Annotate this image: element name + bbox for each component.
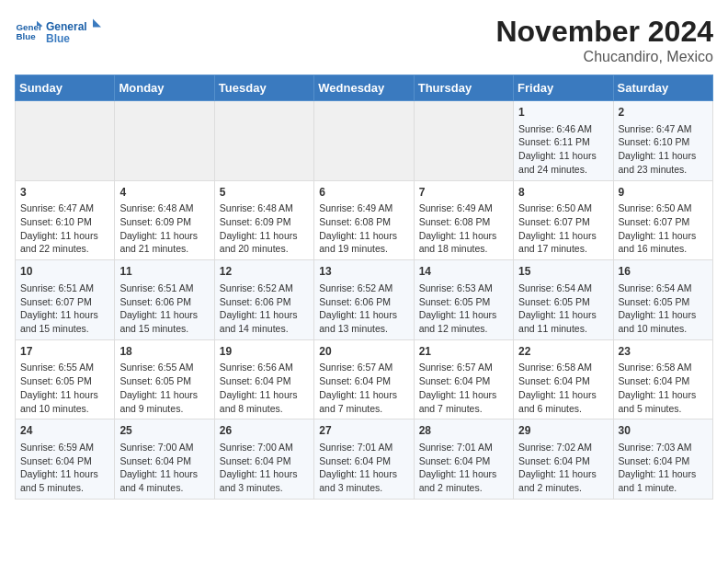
- day-info: Daylight: 11 hours and 21 minutes.: [119, 229, 209, 256]
- day-info: Sunrise: 6:50 AM: [619, 201, 708, 215]
- day-info: Daylight: 11 hours and 12 minutes.: [419, 308, 508, 335]
- day-info: Sunrise: 6:58 AM: [518, 361, 608, 374]
- day-info: Sunrise: 6:57 AM: [319, 361, 408, 374]
- day-number: 20: [319, 344, 408, 360]
- day-info: Sunset: 6:11 PM: [518, 135, 608, 149]
- day-info: Daylight: 11 hours and 4 minutes.: [119, 467, 209, 494]
- day-cell: 4Sunrise: 6:48 AMSunset: 6:09 PMDaylight…: [115, 180, 214, 260]
- day-cell: [16, 101, 115, 181]
- day-info: Daylight: 11 hours and 24 minutes.: [518, 149, 608, 176]
- day-info: Sunset: 6:06 PM: [319, 295, 408, 309]
- day-info: Sunset: 6:05 PM: [119, 374, 209, 388]
- day-info: Sunset: 6:10 PM: [619, 135, 708, 149]
- day-cell: 29Sunrise: 7:02 AMSunset: 6:04 PMDayligh…: [514, 419, 613, 500]
- day-info: Daylight: 11 hours and 20 minutes.: [220, 229, 309, 256]
- day-number: 28: [419, 423, 508, 439]
- day-cell: 19Sunrise: 6:56 AMSunset: 6:04 PMDayligh…: [214, 339, 313, 419]
- day-number: 30: [619, 423, 708, 439]
- day-cell: 3Sunrise: 6:47 AMSunset: 6:10 PMDaylight…: [16, 180, 115, 260]
- day-number: 17: [20, 344, 109, 360]
- day-info: Daylight: 11 hours and 18 minutes.: [419, 229, 508, 256]
- day-info: Daylight: 11 hours and 17 minutes.: [518, 229, 608, 256]
- day-info: Sunset: 6:10 PM: [20, 215, 109, 229]
- day-info: Sunset: 6:08 PM: [319, 215, 408, 229]
- day-info: Sunset: 6:09 PM: [119, 215, 209, 229]
- day-info: Sunrise: 6:48 AM: [119, 201, 209, 215]
- day-number: 21: [419, 344, 508, 360]
- day-info: Daylight: 11 hours and 3 minutes.: [319, 467, 408, 494]
- day-info: Sunrise: 7:01 AM: [319, 441, 408, 454]
- day-info: Sunset: 6:09 PM: [220, 215, 309, 229]
- day-info: Daylight: 11 hours and 7 minutes.: [319, 388, 408, 415]
- day-info: Daylight: 11 hours and 15 minutes.: [20, 308, 109, 335]
- day-number: 29: [518, 423, 608, 439]
- day-info: Daylight: 11 hours and 19 minutes.: [319, 229, 408, 256]
- subtitle: Chucandiro, Mexico: [495, 49, 713, 65]
- day-cell: 2Sunrise: 6:47 AMSunset: 6:10 PMDaylight…: [613, 101, 712, 181]
- day-cell: 21Sunrise: 6:57 AMSunset: 6:04 PMDayligh…: [414, 339, 513, 419]
- svg-text:Blue: Blue: [17, 31, 37, 41]
- day-number: 19: [220, 344, 309, 360]
- day-info: Sunrise: 7:03 AM: [619, 441, 708, 454]
- day-info: Sunset: 6:05 PM: [20, 374, 109, 388]
- weekday-header: Saturday: [613, 75, 712, 101]
- day-cell: 15Sunrise: 6:54 AMSunset: 6:05 PMDayligh…: [514, 260, 613, 340]
- day-info: Daylight: 11 hours and 8 minutes.: [220, 388, 309, 415]
- day-cell: 24Sunrise: 6:59 AMSunset: 6:04 PMDayligh…: [16, 419, 115, 500]
- day-number: 15: [518, 264, 608, 280]
- day-info: Sunrise: 6:51 AM: [119, 282, 209, 295]
- day-info: Daylight: 11 hours and 5 minutes.: [20, 467, 109, 494]
- week-row: 3Sunrise: 6:47 AMSunset: 6:10 PMDaylight…: [16, 180, 713, 260]
- day-cell: 16Sunrise: 6:54 AMSunset: 6:05 PMDayligh…: [613, 260, 712, 340]
- day-cell: 20Sunrise: 6:57 AMSunset: 6:04 PMDayligh…: [314, 339, 414, 419]
- day-number: 18: [119, 344, 209, 360]
- day-info: Sunrise: 6:56 AM: [220, 361, 309, 374]
- day-info: Sunset: 6:07 PM: [619, 215, 708, 229]
- weekday-header: Thursday: [414, 75, 513, 101]
- day-number: 4: [119, 185, 209, 201]
- day-number: 2: [619, 105, 708, 121]
- day-info: Daylight: 11 hours and 23 minutes.: [619, 149, 708, 176]
- day-number: 1: [518, 105, 608, 121]
- day-number: 14: [419, 264, 508, 280]
- weekday-header: Monday: [115, 75, 214, 101]
- day-info: Sunset: 6:04 PM: [518, 374, 608, 388]
- day-info: Sunset: 6:04 PM: [518, 454, 608, 468]
- weekday-header: Friday: [514, 75, 613, 101]
- day-cell: 6Sunrise: 6:49 AMSunset: 6:08 PMDaylight…: [314, 180, 414, 260]
- day-info: Sunset: 6:04 PM: [419, 454, 508, 468]
- day-info: Sunset: 6:04 PM: [419, 374, 508, 388]
- day-info: Sunrise: 6:52 AM: [319, 282, 408, 295]
- day-info: Sunset: 6:05 PM: [419, 295, 508, 309]
- day-info: Sunset: 6:04 PM: [619, 454, 708, 468]
- week-row: 17Sunrise: 6:55 AMSunset: 6:05 PMDayligh…: [16, 339, 713, 419]
- day-info: Sunrise: 6:54 AM: [619, 282, 708, 295]
- day-info: Sunrise: 6:54 AM: [518, 282, 608, 295]
- day-cell: 27Sunrise: 7:01 AMSunset: 6:04 PMDayligh…: [314, 419, 414, 500]
- day-info: Sunrise: 6:55 AM: [119, 361, 209, 374]
- day-cell: 22Sunrise: 6:58 AMSunset: 6:04 PMDayligh…: [514, 339, 613, 419]
- day-info: Sunrise: 6:58 AM: [619, 361, 708, 374]
- day-number: 16: [619, 264, 708, 280]
- day-info: Sunrise: 6:49 AM: [419, 201, 508, 215]
- day-info: Daylight: 11 hours and 2 minutes.: [419, 467, 508, 494]
- svg-marker-5: [93, 19, 101, 28]
- day-cell: [314, 101, 414, 181]
- day-info: Sunset: 6:04 PM: [319, 454, 408, 468]
- day-cell: 12Sunrise: 6:52 AMSunset: 6:06 PMDayligh…: [214, 260, 313, 340]
- day-info: Sunrise: 6:53 AM: [419, 282, 508, 295]
- day-cell: 1Sunrise: 6:46 AMSunset: 6:11 PMDaylight…: [514, 101, 613, 181]
- day-info: Daylight: 11 hours and 2 minutes.: [518, 467, 608, 494]
- day-info: Daylight: 11 hours and 1 minute.: [619, 467, 708, 494]
- day-number: 24: [20, 423, 109, 439]
- day-info: Daylight: 11 hours and 5 minutes.: [619, 388, 708, 415]
- day-number: 22: [518, 344, 608, 360]
- day-info: Sunset: 6:06 PM: [119, 295, 209, 309]
- day-cell: 8Sunrise: 6:50 AMSunset: 6:07 PMDaylight…: [514, 180, 613, 260]
- day-number: 25: [119, 423, 209, 439]
- day-number: 5: [220, 185, 309, 201]
- weekday-header: Tuesday: [214, 75, 313, 101]
- day-info: Daylight: 11 hours and 3 minutes.: [220, 467, 309, 494]
- day-info: Sunrise: 7:01 AM: [419, 441, 508, 454]
- day-cell: 5Sunrise: 6:48 AMSunset: 6:09 PMDaylight…: [214, 180, 313, 260]
